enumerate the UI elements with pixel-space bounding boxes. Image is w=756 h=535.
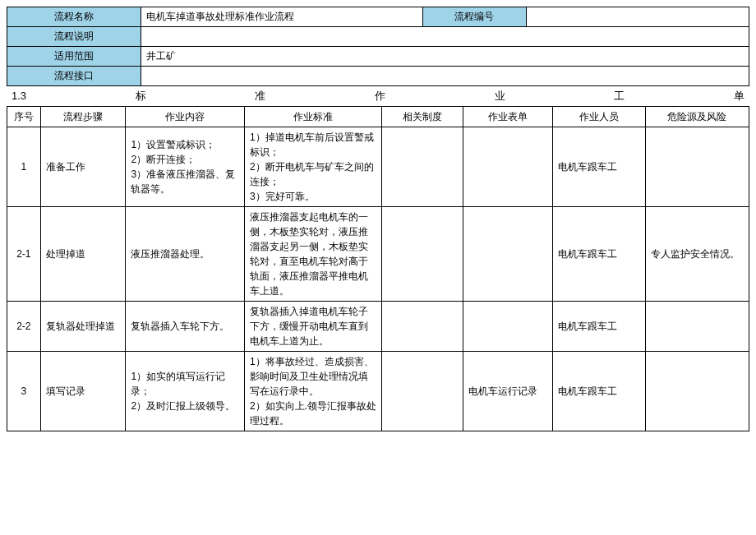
meta-label-code: 流程编号 xyxy=(422,7,526,27)
cell-step: 准备工作 xyxy=(40,127,126,207)
col-step: 流程步骤 xyxy=(40,107,126,127)
worksheet-table: 序号 流程步骤 作业内容 作业标准 相关制度 作业表单 作业人员 危险源及风险 … xyxy=(7,106,749,431)
col-seq: 序号 xyxy=(7,107,41,127)
meta-table: 流程名称 电机车掉道事故处理标准作业流程 流程编号 流程说明 适用范围 井工矿 … xyxy=(7,7,749,86)
cell-step: 填写记录 xyxy=(40,352,126,431)
col-person: 作业人员 xyxy=(552,107,645,127)
col-system: 相关制度 xyxy=(381,107,463,127)
cell-seq: 2-2 xyxy=(7,302,41,352)
cell-system xyxy=(381,127,463,207)
cell-standard: 1）将事故经过、造成损害、影响时间及卫生处理情况填写在运行录中。 2）如实向上.… xyxy=(244,352,381,431)
cell-seq: 2-1 xyxy=(7,207,41,302)
cell-standard: 复轨器插入掉道电机车轮子下方，缓慢开动电机车直到电机车上道为止。 xyxy=(244,302,381,352)
meta-value-code xyxy=(527,7,749,27)
meta-label-name: 流程名称 xyxy=(7,7,141,27)
table-row: 1准备工作1）设置警戒标识； 2）断开连接； 3）准备液压推溜器、复轨器等。1）… xyxy=(7,127,749,207)
meta-label-scope: 适用范围 xyxy=(7,47,141,67)
meta-value-scope: 井工矿 xyxy=(141,47,749,67)
cell-content: 液压推溜器处理。 xyxy=(126,207,244,302)
cell-form xyxy=(463,127,552,207)
col-standard: 作业标准 xyxy=(244,107,381,127)
meta-value-name: 电机车掉道事故处理标准作业流程 xyxy=(141,7,422,27)
cell-seq: 3 xyxy=(7,352,41,431)
cell-system xyxy=(381,302,463,352)
cell-form: 电机车运行记录 xyxy=(463,352,552,431)
cell-system xyxy=(381,352,463,431)
cell-person: 电机车跟车工 xyxy=(552,207,645,302)
cell-seq: 1 xyxy=(7,127,41,207)
section-title: 1.3标准作业工单 xyxy=(7,86,749,106)
table-header-row: 序号 流程步骤 作业内容 作业标准 相关制度 作业表单 作业人员 危险源及风险 xyxy=(7,107,749,127)
table-row: 3填写记录1）如实的填写运行记录； 2）及时汇报上级领导。1）将事故经过、造成损… xyxy=(7,352,749,431)
cell-content: 1）设置警戒标识； 2）断开连接； 3）准备液压推溜器、复轨器等。 xyxy=(126,127,244,207)
cell-person: 电机车跟车工 xyxy=(552,352,645,431)
cell-risk xyxy=(645,352,749,431)
meta-value-interface xyxy=(141,67,749,86)
section-title-table: 1.3标准作业工单 xyxy=(7,86,749,106)
cell-form xyxy=(463,207,552,302)
table-row: 2-1处理掉道液压推溜器处理。液压推溜器支起电机车的一侧，木板垫实轮对，液压推溜… xyxy=(7,207,749,302)
cell-risk: 专人监护安全情况。 xyxy=(645,207,749,302)
col-content: 作业内容 xyxy=(126,107,244,127)
col-risk: 危险源及风险 xyxy=(645,107,749,127)
col-form: 作业表单 xyxy=(463,107,552,127)
cell-step: 复轨器处理掉道 xyxy=(40,302,126,352)
table-row: 2-2复轨器处理掉道复轨器插入车轮下方。复轨器插入掉道电机车轮子下方，缓慢开动电… xyxy=(7,302,749,352)
cell-person: 电机车跟车工 xyxy=(552,302,645,352)
meta-label-interface: 流程接口 xyxy=(7,67,141,86)
cell-risk xyxy=(645,302,749,352)
cell-risk xyxy=(645,127,749,207)
cell-standard: 1）掉道电机车前后设置警戒标识； 2）断开电机车与矿车之间的连接； 3）完好可靠… xyxy=(244,127,381,207)
cell-person: 电机车跟车工 xyxy=(552,127,645,207)
meta-label-desc: 流程说明 xyxy=(7,27,141,47)
cell-system xyxy=(381,207,463,302)
meta-value-desc xyxy=(141,27,749,47)
cell-step: 处理掉道 xyxy=(40,207,126,302)
cell-standard: 液压推溜器支起电机车的一侧，木板垫实轮对，液压推溜器支起另一侧，木板垫实轮对，直… xyxy=(244,207,381,302)
cell-content: 复轨器插入车轮下方。 xyxy=(126,302,244,352)
cell-form xyxy=(463,302,552,352)
cell-content: 1）如实的填写运行记录； 2）及时汇报上级领导。 xyxy=(126,352,244,431)
